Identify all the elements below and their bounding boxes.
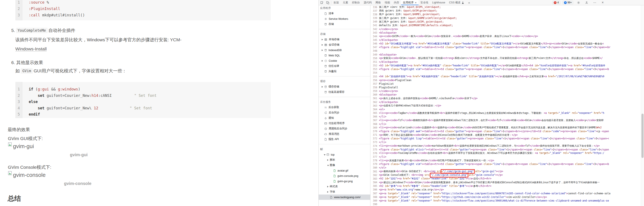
line-content: <h3 id="GVim插件配置"><a href="#GVim插件配置" cl… — [379, 64, 644, 67]
more-tabs-button[interactable]: + — [466, 0, 472, 5]
sidebar-item[interactable]: Web SQL — [319, 53, 370, 58]
line-number: 378 — [370, 159, 379, 162]
sidebar-item[interactable]: avatar.gif — [319, 168, 370, 173]
sidebar-item[interactable]: Service Workers — [319, 16, 370, 22]
sidebar-item[interactable]: 本地存储 — [319, 37, 370, 42]
sidebar-item[interactable]: 脚本 — [319, 157, 370, 162]
devtools-tab[interactable]: 网络 — [374, 0, 383, 5]
devtools-tabs: 欢迎元素控制台源代码网络性能内存应用程序×安全性LighthouseCSS 概述 — [332, 0, 466, 5]
sidebar-item-label: 通知 — [328, 116, 334, 120]
sidebar-item-label: IndexedDB — [328, 49, 342, 52]
chevron-right-icon[interactable] — [322, 38, 324, 41]
ycm-link-part1[interactable]: YCM- — [170, 37, 182, 42]
para-6-before: 如 — [15, 68, 20, 74]
message-count-badge[interactable]: ● 99+ — [562, 1, 573, 4]
file-icon — [333, 169, 336, 172]
sidebar-item[interactable]: gvim-gui.png — [319, 178, 370, 184]
sidebar-item[interactable]: 后台同步 — [319, 110, 370, 115]
sidebar-item[interactable]: 兴趣组 — [319, 69, 370, 74]
sidebar-item-label: 推送消息 — [329, 132, 339, 136]
line-number: 346 — [370, 42, 379, 45]
chevron-down-icon[interactable] — [324, 153, 326, 156]
line-number: 377 — [370, 155, 379, 158]
sidebar-item[interactable]: www.taolingyang.com/ — [319, 194, 370, 200]
chevron-right-icon[interactable] — [322, 85, 324, 88]
devtools-tab[interactable]: 欢迎 — [332, 0, 341, 5]
line-number: 353 — [370, 68, 379, 71]
sidebar-item[interactable]: 付款处理程序 — [319, 121, 370, 126]
devtools-tab[interactable]: CSS 概述 — [447, 0, 466, 5]
source-line: 375<figure class="highlight elixir"><tab… — [370, 148, 644, 151]
line-content: <h3 id="GVim配置文件配置"><a href="#GVim配置文件配置… — [379, 42, 644, 45]
inspect-element-icon[interactable] — [319, 0, 325, 5]
devtools-tab[interactable]: Lighthouse — [430, 0, 447, 5]
line-number: 384 — [370, 181, 379, 184]
profile-icon[interactable] — [584, 1, 590, 4]
chevron-right-icon[interactable] — [327, 185, 330, 188]
sidebar-item[interactable]: Cookie — [319, 58, 370, 64]
source-scrollbar[interactable] — [641, 5, 644, 206]
clock-icon — [324, 127, 327, 130]
db-icon — [324, 85, 327, 88]
devtools-tab[interactable]: 性能 — [383, 0, 392, 5]
sidebar-item[interactable]: 会话存储 — [319, 42, 370, 48]
devtools-tab[interactable]: 应用程序× — [401, 0, 418, 5]
settings-gear-icon[interactable] — [576, 1, 582, 4]
sidebar-item[interactable]: 往返高速缓存 — [319, 90, 370, 95]
chevron-right-icon[interactable] — [322, 59, 324, 62]
line-content: <figure class="highlight vim"><table><tr… — [379, 162, 644, 166]
sidebar-item-label: 脚本 — [330, 158, 335, 162]
sidebar-item[interactable]: 存储 — [319, 22, 370, 27]
line-content: <li><p><code>markdown-preview</code>mark… — [379, 144, 644, 148]
line-number: 355 — [370, 75, 379, 78]
close-devtools-icon[interactable]: × — [600, 1, 606, 4]
devtools-tab[interactable]: 元素 — [341, 0, 350, 5]
source-line: 390 — [370, 202, 644, 206]
device-toolbar-icon[interactable] — [325, 0, 330, 5]
devtools-tab[interactable]: 安全性 — [418, 0, 430, 5]
chevron-right-icon[interactable] — [322, 44, 324, 46]
sidebar-item[interactable]: 报告 API — [319, 136, 370, 142]
devtools-tab[interactable]: 内存 — [392, 0, 401, 5]
devtools-tab[interactable]: 控制台 — [350, 0, 362, 5]
ycm-install-link[interactable]: Windows-Install — [15, 46, 46, 52]
more-options-icon[interactable] — [592, 1, 598, 4]
source-line: 368</li> — [370, 122, 644, 126]
sidebar-item[interactable]: 样式表 — [319, 184, 370, 189]
sidebar-item[interactable]: 推送消息 — [319, 131, 370, 136]
chevron-right-icon[interactable] — [322, 49, 324, 52]
scrollbar-thumb[interactable] — [642, 114, 644, 158]
sidebar-item[interactable]: 图像 — [319, 162, 370, 168]
source-line: 347<figure class="highlight vim"><table>… — [370, 46, 644, 49]
sidebar-item[interactable]: 信任令牌 — [319, 64, 370, 69]
source-line: 386<p><a href="www.vim.org">www.vim.org<… — [370, 188, 644, 192]
line-content: <blockquote> — [379, 53, 644, 56]
line-content: 第三用户 gvimrc 文件: &quot;$VIM\_gvimrc&quot; — [379, 20, 644, 24]
sidebar-item[interactable]: 周期性后台同步 — [319, 126, 370, 131]
chevron-right-icon[interactable] — [327, 190, 330, 194]
sidebar-item[interactable]: 缓存存储 — [319, 84, 370, 90]
chevron-down-icon[interactable] — [327, 164, 330, 167]
line-number: 367 — [370, 119, 379, 122]
sidebar-item[interactable]: gvim-console.png — [319, 173, 370, 178]
sidebar-item[interactable]: 清单 — [319, 11, 370, 16]
error-count-badge[interactable]: ✕ 4 — [552, 1, 560, 4]
sidebar-section-header: 应用程序 — [319, 5, 370, 11]
console-mode-label: GVim Console模式下: — [8, 164, 51, 170]
source-line: 382<p>GVim Console模式下: <br><img src="/.c… — [370, 173, 644, 177]
sidebar-divider — [319, 76, 370, 76]
sidebar-item[interactable]: 后台获取 — [319, 105, 370, 110]
sidebar-item[interactable]: top — [319, 152, 370, 157]
sidebar-item[interactable]: 字体 — [319, 189, 370, 194]
devtools-tab[interactable]: 源代码 — [362, 0, 374, 5]
source-line: 388<p><a target="_blank" rel="noopener" … — [370, 195, 644, 199]
close-tab-icon[interactable]: × — [415, 1, 417, 4]
sidebar-item[interactable]: IndexedDB — [319, 48, 370, 53]
source-line: 372<figure class="highlight lisp"><table… — [370, 137, 644, 140]
line-number: 357 — [370, 82, 379, 85]
sidebar-item[interactable]: 通知 — [319, 115, 370, 121]
chevron-right-icon[interactable] — [327, 158, 330, 162]
list-item-5-title: 自动补全插件 — [48, 28, 75, 33]
code-block-plugin-install: 1 2 3 :source % :PluginInstall :call mkd… — [15, 0, 271, 20]
line-number: 351 — [370, 60, 379, 64]
